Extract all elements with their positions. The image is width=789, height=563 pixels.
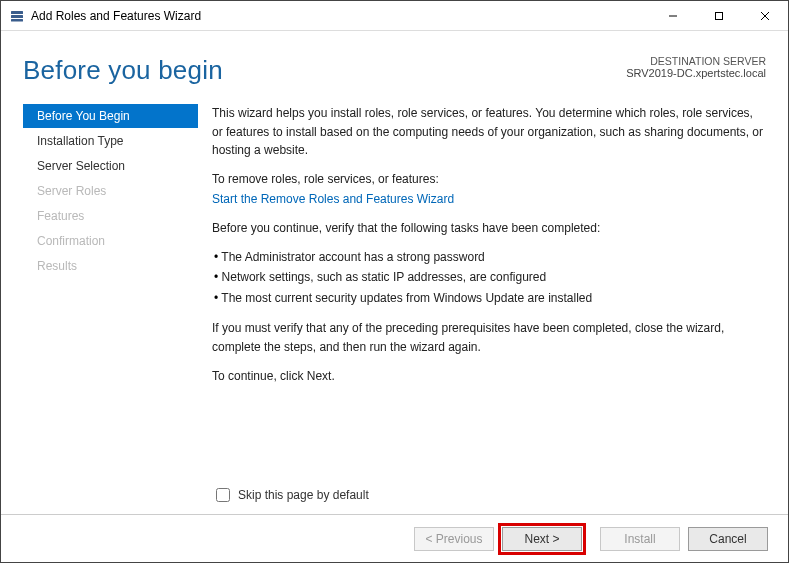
svg-rect-2 <box>11 19 23 22</box>
close-button[interactable] <box>742 1 788 30</box>
install-button: Install <box>600 527 680 551</box>
post-bullets-text: If you must verify that any of the prece… <box>212 319 766 356</box>
prereq-item: The Administrator account has a strong p… <box>214 248 766 267</box>
window-controls <box>650 1 788 30</box>
nav-server-selection[interactable]: Server Selection <box>23 154 198 178</box>
remove-roles-link[interactable]: Start the Remove Roles and Features Wiza… <box>212 192 454 206</box>
nav-server-roles: Server Roles <box>23 179 198 203</box>
server-manager-icon <box>9 8 25 24</box>
nav-before-you-begin[interactable]: Before You Begin <box>23 104 198 128</box>
verify-label: Before you continue, verify that the fol… <box>212 219 766 238</box>
continue-hint: To continue, click Next. <box>212 367 766 386</box>
skip-page-label: Skip this page by default <box>238 488 369 502</box>
svg-rect-4 <box>716 12 723 19</box>
skip-page-row: Skip this page by default <box>216 488 369 502</box>
nav-features: Features <box>23 204 198 228</box>
destination-server-name: SRV2019-DC.xpertstec.local <box>626 67 766 79</box>
destination-server-box: DESTINATION SERVER SRV2019-DC.xpertstec.… <box>626 55 766 86</box>
window-title: Add Roles and Features Wizard <box>31 9 650 23</box>
nav-results: Results <box>23 254 198 278</box>
previous-button: < Previous <box>414 527 494 551</box>
prereq-list: The Administrator account has a strong p… <box>212 248 766 308</box>
prereq-item: Network settings, such as static IP addr… <box>214 268 766 287</box>
intro-text: This wizard helps you install roles, rol… <box>212 104 766 160</box>
prereq-item: The most current security updates from W… <box>214 289 766 308</box>
wizard-header: Before you begin DESTINATION SERVER SRV2… <box>1 31 788 96</box>
skip-page-checkbox[interactable] <box>216 488 230 502</box>
window-titlebar: Add Roles and Features Wizard <box>1 1 788 31</box>
wizard-content: This wizard helps you install roles, rol… <box>198 104 766 395</box>
destination-label: DESTINATION SERVER <box>626 55 766 67</box>
nav-confirmation: Confirmation <box>23 229 198 253</box>
cancel-button[interactable]: Cancel <box>688 527 768 551</box>
maximize-button[interactable] <box>696 1 742 30</box>
svg-rect-0 <box>11 11 23 14</box>
minimize-button[interactable] <box>650 1 696 30</box>
wizard-sidebar: Before You Begin Installation Type Serve… <box>23 104 198 395</box>
wizard-footer: < Previous Next > Install Cancel <box>1 514 788 562</box>
next-button[interactable]: Next > <box>502 527 582 551</box>
page-title: Before you begin <box>23 55 223 86</box>
remove-label: To remove roles, role services, or featu… <box>212 170 766 189</box>
nav-installation-type[interactable]: Installation Type <box>23 129 198 153</box>
svg-rect-1 <box>11 15 23 18</box>
